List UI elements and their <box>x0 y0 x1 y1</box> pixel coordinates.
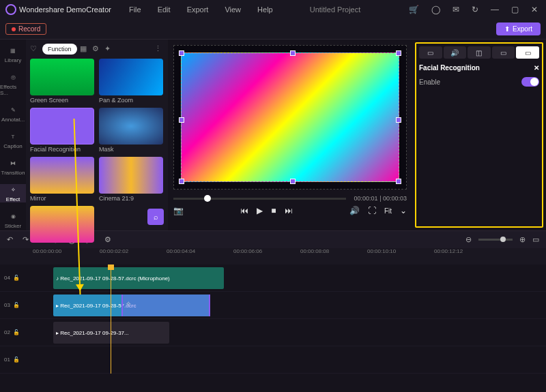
effects-store-icon: ◎ <box>8 72 18 82</box>
maximize-icon[interactable]: ▢ <box>508 5 521 14</box>
search-button[interactable]: ⌕ <box>147 209 164 225</box>
record-label: Record <box>18 25 40 33</box>
settings-icon[interactable]: ⚙ <box>104 235 111 244</box>
effect-extra[interactable] <box>30 206 95 243</box>
effect-facial-recognition[interactable]: Facial Recognition <box>30 108 95 153</box>
favorite-icon[interactable]: ♡ <box>30 44 40 54</box>
export-button[interactable]: ⬆ Export <box>496 22 541 35</box>
lock-icon[interactable]: 🔓 <box>13 275 20 281</box>
volume-icon[interactable]: 🔊 <box>349 206 360 215</box>
library-icon: ▦ <box>8 45 18 56</box>
export-icon: ⬆ <box>504 25 510 33</box>
audio-icon: 🔊 <box>450 49 459 57</box>
minimize-icon[interactable]: — <box>488 5 502 14</box>
clip-video-2[interactable]: ▸ Rec_2021-09-17 09-29-37... <box>53 322 169 344</box>
undo-icon[interactable]: ↶ <box>7 235 13 244</box>
lock-icon[interactable]: 🔓 <box>13 357 20 363</box>
rail-annotation[interactable]: ✎Annotat... <box>0 104 26 123</box>
rail-transition[interactable]: ⧓Transition <box>0 157 26 176</box>
transition-icon: ⧓ <box>8 157 18 168</box>
preview-canvas[interactable] <box>173 45 407 190</box>
effect-cinema[interactable]: Cinema 21:9 <box>99 157 164 202</box>
search-icon: ⌕ <box>154 213 158 221</box>
menu-view[interactable]: View <box>218 5 248 14</box>
next-icon[interactable]: ⏭ <box>285 206 293 215</box>
close-icon[interactable]: ✕ <box>528 5 541 14</box>
prop-tab-audio[interactable]: 🔊 <box>444 46 467 59</box>
tab-function[interactable]: Function <box>42 44 77 55</box>
menu-edit[interactable]: Edit <box>151 5 177 14</box>
record-dot-icon <box>12 27 16 31</box>
playhead[interactable] <box>111 265 111 374</box>
user-icon[interactable]: ◯ <box>429 5 443 14</box>
zoom-slider[interactable] <box>478 239 513 241</box>
redo-icon[interactable]: ↷ <box>23 235 29 244</box>
effect-mirror[interactable]: Mirror <box>30 157 95 202</box>
refresh-icon[interactable]: ↻ <box>469 5 481 14</box>
fullscreen-icon[interactable]: ⛶ <box>368 206 376 215</box>
timecode: 00:00:01 | 00:00:03 <box>354 195 407 202</box>
annotation-icon: ✎ <box>8 104 18 115</box>
video-icon: ▭ <box>427 49 433 57</box>
effect-tab-icon: ▭ <box>525 49 531 57</box>
project-title: Untitled Project <box>310 5 361 14</box>
menu-help[interactable]: Help <box>250 5 280 14</box>
effect-pan-zoom[interactable]: Pan & Zoom <box>99 59 164 104</box>
fit-timeline-icon[interactable]: ▭ <box>532 235 539 244</box>
timeline-ruler[interactable]: 00:00:00:00 00:00:02:02 00:00:04:04 00:0… <box>0 248 546 265</box>
record-button[interactable]: Record <box>5 23 46 35</box>
fit-dropdown[interactable]: Fit <box>384 207 392 215</box>
sticker-icon: ◉ <box>8 211 18 222</box>
enable-label: Enable <box>419 78 440 86</box>
menu-file[interactable]: File <box>122 5 148 14</box>
cursor-icon: ▭ <box>500 49 506 57</box>
effect-wand-icon: ✧ <box>126 300 131 307</box>
play-icon[interactable]: ▶ <box>257 206 263 215</box>
app-logo <box>5 4 16 15</box>
caption-icon: T <box>8 131 18 142</box>
enable-toggle[interactable] <box>521 77 539 87</box>
properties-title: Facial Recognition <box>419 64 480 72</box>
tab-grid-icon[interactable]: ▦ <box>80 44 89 54</box>
rail-effects-store[interactable]: ◎Effects S... <box>0 72 26 96</box>
lock-icon[interactable]: 🔓 <box>13 302 20 308</box>
rail-caption[interactable]: TCaption <box>0 131 26 149</box>
progress-bar[interactable] <box>173 198 346 200</box>
tab-sparkle-icon[interactable]: ✦ <box>104 44 114 54</box>
prop-tab-video[interactable]: ▭ <box>419 46 442 59</box>
prop-tab-clip[interactable]: ◫ <box>468 46 491 59</box>
prev-icon[interactable]: ⏮ <box>240 206 248 215</box>
tab-gear-icon[interactable]: ⚙ <box>92 44 102 54</box>
clip-effect-overlay[interactable]: ✧ <box>121 295 210 316</box>
mail-icon[interactable]: ✉ <box>450 5 462 14</box>
zoom-in-icon[interactable]: ⊕ <box>519 235 526 244</box>
clip-icon: ◫ <box>476 49 482 57</box>
rail-library[interactable]: ▦Library <box>0 45 26 63</box>
properties-close-icon[interactable]: ✕ <box>534 64 539 72</box>
effect-green-screen[interactable]: Green Screen <box>30 59 95 104</box>
rail-sticker[interactable]: ◉Sticker <box>0 211 26 229</box>
effect-mask[interactable]: Mask <box>99 108 164 153</box>
zoom-out-icon[interactable]: ⊖ <box>465 235 472 244</box>
rail-effect[interactable]: ✧Effect <box>0 184 26 202</box>
app-name: Wondershare DemoCreator <box>19 5 111 14</box>
export-label: Export <box>513 25 532 33</box>
menu-dots-icon[interactable]: ⋮ <box>154 44 164 54</box>
prop-tab-effect[interactable]: ▭ <box>516 46 539 59</box>
preview-image <box>181 52 399 182</box>
lock-icon[interactable]: 🔓 <box>13 329 20 335</box>
cart-icon[interactable]: 🛒 <box>406 5 422 14</box>
effect-icon: ✧ <box>8 184 18 195</box>
prop-tab-cursor[interactable]: ▭ <box>492 46 515 59</box>
menu-export[interactable]: Export <box>180 5 216 14</box>
stop-icon[interactable]: ■ <box>271 206 276 215</box>
fit-chevron-icon[interactable]: ⌄ <box>400 206 407 215</box>
snapshot-icon[interactable]: 📷 <box>173 206 184 215</box>
